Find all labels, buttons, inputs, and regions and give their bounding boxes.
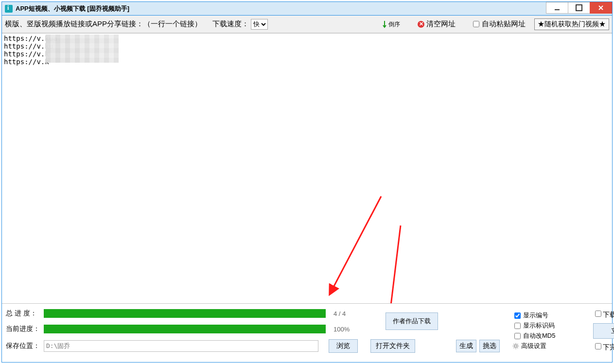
auto-shutdown-checkbox[interactable]: 下载完成自动关机 xyxy=(593,309,614,319)
total-progress-text: 4 / 4 xyxy=(329,310,368,317)
current-progress-label: 当前进度： xyxy=(6,325,41,333)
show-index-checkbox[interactable]: 显示编号 xyxy=(512,311,590,320)
download-now-button[interactable]: 立即下载 xyxy=(593,323,614,339)
open-folder-button[interactable]: 打开文件夹 xyxy=(370,339,415,353)
autopaste-label: 自动粘贴网址 xyxy=(482,19,526,29)
app-icon xyxy=(5,5,13,13)
total-progress-fill xyxy=(44,309,326,318)
speed-select[interactable]: 快 xyxy=(251,19,268,30)
x-circle-icon: ✕ xyxy=(418,21,424,28)
arrow-down-icon xyxy=(382,20,387,29)
clear-label: 清空网址 xyxy=(426,19,456,29)
minimize-button[interactable] xyxy=(546,2,568,14)
finish-sound-checkbox[interactable]: 下完提示音 xyxy=(593,342,614,352)
clear-urls-button[interactable]: ✕ 清空网址 xyxy=(415,19,458,29)
author-works-button[interactable]: 作者作品下载 xyxy=(386,312,438,330)
url-textarea[interactable] xyxy=(2,34,612,303)
url-prompt-label: 横版、竖版视频播放链接或APP分享链接：（一行一个链接） xyxy=(5,19,202,29)
bottom-panel: 总 进 度： 4 / 4 作者作品下载 显示编号 显示标识码 自动改MD5 高级… xyxy=(2,304,612,362)
gear-icon xyxy=(512,343,519,349)
show-mark-checkbox[interactable]: 显示标识码 xyxy=(512,321,590,330)
speed-label: 下载速度： xyxy=(212,19,249,29)
total-progress-label: 总 进 度： xyxy=(6,309,41,318)
total-progress-bar xyxy=(44,309,326,318)
current-progress-bar xyxy=(44,325,326,333)
advanced-settings-link[interactable]: 高级设置 xyxy=(512,342,590,350)
window-title: APP短视频、小视频下载 [固乔视频助手] xyxy=(16,4,129,13)
reverse-order-button[interactable]: 倒序 xyxy=(380,19,402,29)
autopaste-input[interactable] xyxy=(473,21,479,27)
redaction-overlay xyxy=(46,35,119,63)
select-button[interactable]: 挑选 xyxy=(479,340,500,352)
toolbar: 横版、竖版视频播放链接或APP分享链接：（一行一个链接） 下载速度： 快 倒序 … xyxy=(2,16,612,33)
close-button[interactable] xyxy=(590,2,612,14)
maximize-button[interactable] xyxy=(568,2,590,14)
current-progress-text: 100% xyxy=(329,326,368,333)
current-progress-fill xyxy=(44,325,326,333)
url-textarea-container xyxy=(2,33,612,304)
svg-point-2 xyxy=(514,345,517,347)
browse-button[interactable]: 浏览 xyxy=(329,339,358,353)
auto-md5-checkbox[interactable]: 自动改MD5 xyxy=(512,331,590,341)
random-hot-button[interactable]: ★随机获取热门视频★ xyxy=(534,18,609,30)
save-path-input[interactable] xyxy=(44,340,318,352)
autopaste-checkbox[interactable]: 自动粘贴网址 xyxy=(471,19,526,29)
titlebar[interactable]: APP短视频、小视频下载 [固乔视频助手] xyxy=(2,2,612,16)
save-path-label: 保存位置： xyxy=(6,342,41,350)
generate-button[interactable]: 生成 xyxy=(456,340,476,352)
reverse-label: 倒序 xyxy=(388,21,400,27)
